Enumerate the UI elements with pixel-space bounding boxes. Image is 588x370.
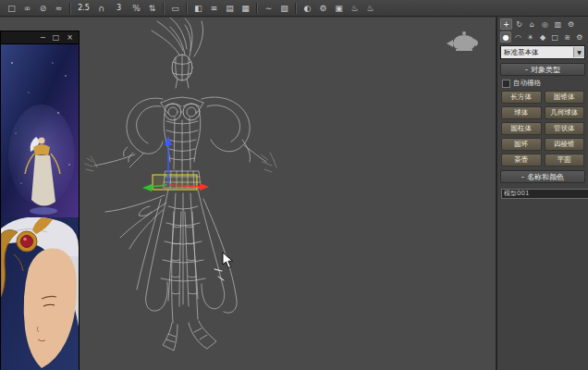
ribbon-toggle-icon[interactable]: ▦ <box>239 1 252 15</box>
main-toolbar: □ ∞ ⊘ ≈ 2.5 ∩ 3 % ⇅ ▭ ◧ ≡ ▤ ▦ ∼ ▧ ◐ ⚙ ▣ … <box>0 0 588 17</box>
sphere-button[interactable]: 球体 <box>501 106 542 119</box>
toolbar-divider <box>69 3 71 14</box>
category-geometry-icon[interactable]: ● <box>500 31 511 43</box>
named-selection-icon[interactable]: ▭ <box>168 1 182 15</box>
toolbar-divider <box>295 3 297 14</box>
object-type-rollout-header[interactable]: - 对象类型 <box>500 63 585 76</box>
category-systems-icon[interactable]: ⚙ <box>574 31 585 43</box>
max-application-window: { "titlebar": { "minimize": "─", "maximi… <box>0 0 588 370</box>
schematic-view-icon[interactable]: ▧ <box>277 1 291 15</box>
teapot-button[interactable]: 茶壶 <box>501 154 542 166</box>
rendered-frame-icon[interactable]: ▣ <box>332 1 346 15</box>
reference-window-titlebar[interactable]: ─ □ × <box>1 31 79 44</box>
name-color-row <box>501 187 584 200</box>
toolbar-divider <box>186 3 188 14</box>
category-cameras-icon[interactable]: ◆ <box>537 31 548 43</box>
character-face-art <box>1 217 79 370</box>
viewport-overlay <box>80 18 496 370</box>
autogrid-row: 自动栅格 <box>502 79 583 88</box>
snap-magnet-icon[interactable]: ∩ <box>94 1 108 15</box>
tab-create[interactable]: + <box>500 18 512 30</box>
mirror-icon[interactable]: ◧ <box>191 1 205 15</box>
angle-snap-value[interactable]: 3 <box>110 1 128 15</box>
command-panel-tabs: + ↻ ⌂ ◎ ▥ ⚙ <box>500 18 585 30</box>
select-and-link-icon[interactable]: ∞ <box>20 1 34 15</box>
plane-button[interactable]: 平面 <box>545 154 585 166</box>
tube-button[interactable]: 管状体 <box>545 122 585 135</box>
create-category-row: ● ◠ ☀ ◆ □ ≋ ⚙ <box>500 31 585 43</box>
autogrid-checkbox[interactable] <box>502 80 510 88</box>
mouse-cursor <box>222 252 234 269</box>
unlink-selection-icon[interactable]: ⊘ <box>36 1 50 15</box>
curve-editor-icon[interactable]: ∼ <box>262 1 276 15</box>
gizmo-plane-handle[interactable] <box>153 175 197 190</box>
tab-display[interactable]: ▥ <box>552 18 564 30</box>
layer-manager-icon[interactable]: ▤ <box>223 1 237 15</box>
object-type-title: 对象类型 <box>531 65 560 75</box>
name-color-rollout-header[interactable]: - 名称和颜色 <box>500 170 585 183</box>
cylinder-button[interactable]: 圆柱体 <box>501 122 542 135</box>
chevron-down-icon[interactable]: ▼ <box>573 47 584 57</box>
toolbar-divider <box>163 3 165 14</box>
percent-snap-icon[interactable]: % <box>129 1 143 15</box>
material-editor-icon[interactable]: ◐ <box>300 1 314 15</box>
pyramid-button[interactable]: 四棱锥 <box>545 138 585 151</box>
category-lights-icon[interactable]: ☀ <box>525 31 536 43</box>
category-spacewarps-icon[interactable]: ≋ <box>561 31 572 43</box>
command-panel: + ↻ ⌂ ◎ ▥ ⚙ ● ◠ ☀ ◆ □ ≋ ⚙ 标准基本体 ▼ - 对象类型… <box>496 17 588 370</box>
render-production-icon[interactable]: ♨ <box>348 1 361 15</box>
object-name-input[interactable] <box>501 189 588 199</box>
close-icon[interactable]: × <box>67 34 73 42</box>
autogrid-label: 自动栅格 <box>513 79 541 88</box>
minimize-icon[interactable]: ─ <box>41 34 45 42</box>
move-gizmo[interactable] <box>142 136 209 191</box>
gizmo-y-arrowhead <box>142 184 152 191</box>
geosphere-button[interactable]: 几何球体 <box>545 106 585 119</box>
tab-modify[interactable]: ↻ <box>513 18 525 30</box>
primitive-type-value: 标准基本体 <box>504 48 539 57</box>
gizmo-x-arrowhead <box>200 183 209 191</box>
teapot-icon <box>447 31 478 51</box>
reference-image-window[interactable]: ─ □ × <box>0 31 80 370</box>
toolbar-divider <box>256 3 258 14</box>
spinner-snap-icon[interactable]: ⇅ <box>145 1 159 15</box>
cone-button[interactable]: 圆锥体 <box>545 91 585 104</box>
category-helpers-icon[interactable]: □ <box>549 31 560 43</box>
bind-to-spacewarp-icon[interactable]: ≈ <box>52 1 66 15</box>
tab-hierarchy[interactable]: ⌂ <box>526 18 538 30</box>
tab-motion[interactable]: ◎ <box>539 18 551 30</box>
category-shapes-icon[interactable]: ◠ <box>512 31 523 43</box>
primitive-buttons: 长方体 圆锥体 球体 几何球体 圆柱体 管状体 圆环 四棱锥 茶壶 平面 <box>501 91 584 166</box>
select-object-icon[interactable]: □ <box>5 1 18 15</box>
render-iterative-icon[interactable]: ♨ <box>363 1 377 15</box>
snap-value-dropdown[interactable]: 2.5 <box>75 1 92 15</box>
box-button[interactable]: 长方体 <box>501 91 542 104</box>
torus-button[interactable]: 圆环 <box>501 138 542 151</box>
collapse-icon: - <box>525 66 528 74</box>
name-color-title: 名称和颜色 <box>527 172 564 182</box>
primitive-type-dropdown[interactable]: 标准基本体 ▼ <box>500 45 585 59</box>
render-setup-icon[interactable]: ⚙ <box>316 1 330 15</box>
maximize-icon[interactable]: □ <box>53 34 60 42</box>
collapse-icon: - <box>521 173 524 181</box>
tab-utilities[interactable]: ⚙ <box>565 18 577 30</box>
align-icon[interactable]: ≡ <box>207 1 221 15</box>
character-splash-art <box>1 44 79 217</box>
